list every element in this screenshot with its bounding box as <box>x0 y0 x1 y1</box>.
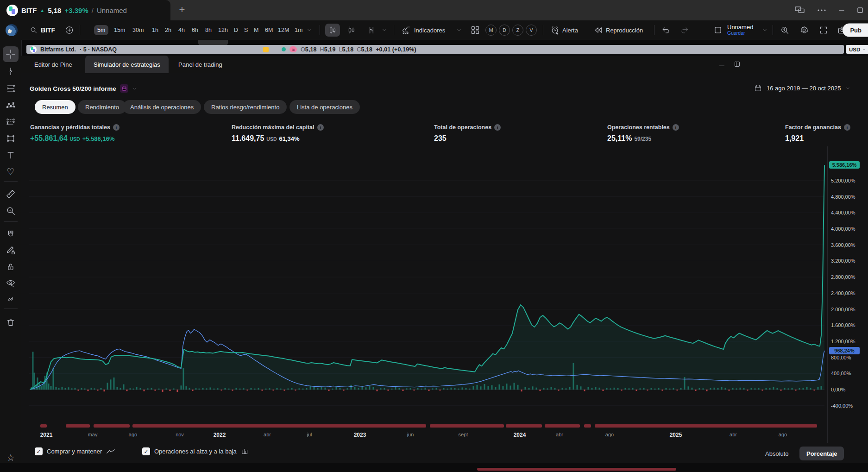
currency-button[interactable]: USD <box>846 45 868 54</box>
y-axis-scale[interactable]: 5.200,00%4.800,00%4.400,00%4.000,00%3.60… <box>829 146 868 443</box>
long-short-toggle[interactable]: ✓ Operaciones al alza y a la baja <box>142 447 248 455</box>
interval-12h[interactable]: 12h <box>218 27 228 33</box>
indicators-button[interactable]: Indicadores <box>414 27 445 34</box>
subtab-ratios[interactable]: Ratios riesgo/rendimiento <box>204 100 287 114</box>
info-icon[interactable]: i <box>113 124 120 131</box>
shapes-rectangle-icon[interactable] <box>6 134 16 143</box>
multi-monitor-icon[interactable] <box>795 6 805 14</box>
trend-line-icon[interactable] <box>6 67 15 76</box>
chevron-down-icon[interactable] <box>456 27 462 33</box>
subtab-lista[interactable]: Lista de operaciones <box>289 100 360 114</box>
interval-30m[interactable]: 30m <box>132 27 144 33</box>
checkbox-checked-icon[interactable]: ✓ <box>142 447 150 455</box>
chevron-down-icon[interactable] <box>132 86 137 91</box>
symbol-legend[interactable]: Bitfarms Ltd. · 5 · NASDAQ ≈ O5,18 H5,19… <box>26 45 844 54</box>
link-icon[interactable] <box>6 295 15 304</box>
subtab-rendimiento[interactable]: Rendimiento <box>78 100 126 114</box>
buy-hold-toggle[interactable]: ✓ Comprar y mantener <box>35 447 115 455</box>
x-axis-scale[interactable]: 2021mayagonov2022abrjul2023junsept2024ab… <box>21 431 827 440</box>
replay-icon[interactable] <box>594 26 603 34</box>
subtab-resumen[interactable]: Resumen <box>35 100 75 114</box>
redo-icon[interactable] <box>680 26 689 34</box>
date-range-picker[interactable]: 16 ago 2019 — 20 oct 2025 <box>754 84 850 92</box>
template-button-V[interactable]: V <box>526 25 537 36</box>
minimize-window-icon[interactable] <box>838 7 845 13</box>
zoom-in-icon[interactable] <box>6 206 16 216</box>
search-icon[interactable] <box>30 26 38 34</box>
remove-trash-icon[interactable] <box>6 318 15 327</box>
fib-lines-icon[interactable] <box>6 84 16 93</box>
user-avatar[interactable] <box>6 24 18 36</box>
publish-button[interactable]: Pub <box>843 24 868 37</box>
alert-clock-icon[interactable] <box>550 25 560 35</box>
scale-absolute-button[interactable]: Absoluto <box>765 450 789 457</box>
magnet-icon[interactable] <box>6 229 16 239</box>
equity-curve-chart[interactable] <box>21 146 827 443</box>
alert-button[interactable]: Alerta <box>562 27 578 34</box>
lock-all-icon[interactable] <box>6 262 15 271</box>
tab-pine-editor[interactable]: Editor de Pine <box>34 56 72 73</box>
layout-square-icon[interactable] <box>714 26 722 34</box>
chevron-down-icon[interactable] <box>382 27 387 33</box>
info-icon[interactable]: i <box>494 124 501 131</box>
scale-percent-button[interactable]: Porcentaje <box>799 447 844 460</box>
interval-12M[interactable]: 12M <box>278 27 289 33</box>
info-icon[interactable]: i <box>317 124 324 131</box>
info-icon[interactable]: i <box>673 124 679 131</box>
layout-grid-icon[interactable] <box>471 25 480 35</box>
new-tab-button[interactable]: + <box>176 4 188 16</box>
interval-1m[interactable]: 1m <box>295 27 302 33</box>
hollow-candles-icon[interactable] <box>346 25 356 35</box>
interval-5m[interactable]: 5m <box>94 25 108 35</box>
interval-2h[interactable]: 2h <box>165 27 171 33</box>
text-tool-icon[interactable] <box>6 151 15 160</box>
subtab-analisis[interactable]: Análisis de operaciones <box>123 100 201 114</box>
legend-symbol-name[interactable]: Bitfarms Ltd. <box>40 46 76 53</box>
chevron-down-icon[interactable] <box>762 27 767 33</box>
xabcd-pattern-icon[interactable] <box>6 101 16 110</box>
interval-D[interactable]: D <box>234 27 238 33</box>
watchlist-star-icon[interactable]: ☆ <box>6 452 15 463</box>
symbol-search-button[interactable]: BITF <box>41 26 55 34</box>
layout-name[interactable]: Unnamed <box>727 24 753 30</box>
interval-1h[interactable]: 1h <box>152 27 158 33</box>
interval-6h[interactable]: 6h <box>192 27 198 33</box>
flag-chip-icon[interactable] <box>263 47 269 52</box>
approx-chip[interactable]: ≈ <box>289 46 297 52</box>
settings-gear-icon[interactable] <box>799 25 809 35</box>
quick-search-icon[interactable] <box>780 25 789 35</box>
horizontal-scrollbar[interactable] <box>477 468 676 471</box>
interval-4h[interactable]: 4h <box>178 27 185 33</box>
edit-lock-icon[interactable] <box>6 245 16 256</box>
template-button-M[interactable]: M <box>485 25 497 36</box>
interval-S[interactable]: S <box>244 27 248 33</box>
forecast-icon[interactable] <box>6 117 16 126</box>
hide-all-icon[interactable] <box>6 278 16 288</box>
panel-minimize-icon[interactable] <box>718 61 725 68</box>
app-tab[interactable]: BITF ▲ 5,18 +3.39% / Unnamed <box>0 0 170 20</box>
checkbox-checked-icon[interactable]: ✓ <box>35 447 43 455</box>
crosshair-icon[interactable] <box>3 46 19 62</box>
interval-15m[interactable]: 15m <box>114 27 125 33</box>
tab-trading-panel[interactable]: Panel de trading <box>178 56 222 73</box>
more-options-icon[interactable] <box>817 9 826 12</box>
replay-button[interactable]: Reproducción <box>606 27 643 34</box>
ruler-icon[interactable] <box>6 189 16 199</box>
interval-8h[interactable]: 8h <box>205 27 212 33</box>
add-symbol-icon[interactable] <box>65 26 74 35</box>
template-button-D[interactable]: D <box>499 25 510 36</box>
fullscreen-icon[interactable] <box>819 25 828 35</box>
panel-maximize-icon[interactable] <box>734 61 741 68</box>
undo-icon[interactable] <box>661 26 671 34</box>
tab-strategy-tester[interactable]: Simulador de estrategias <box>85 56 169 73</box>
report-title[interactable]: Golden Cross 50/200 informe <box>30 85 116 92</box>
emoji-heart-icon[interactable]: ♡ <box>6 166 14 177</box>
save-link[interactable]: Guardar <box>727 30 753 36</box>
layout-save-group[interactable]: Unnamed Guardar <box>727 24 753 36</box>
candles-style-icon[interactable] <box>325 24 340 37</box>
session-breaks-icon[interactable] <box>367 25 376 35</box>
indicators-icon[interactable] <box>401 25 411 35</box>
info-icon[interactable]: i <box>844 124 850 131</box>
template-button-Z[interactable]: Z <box>512 25 523 36</box>
maximize-window-icon[interactable] <box>857 7 863 13</box>
